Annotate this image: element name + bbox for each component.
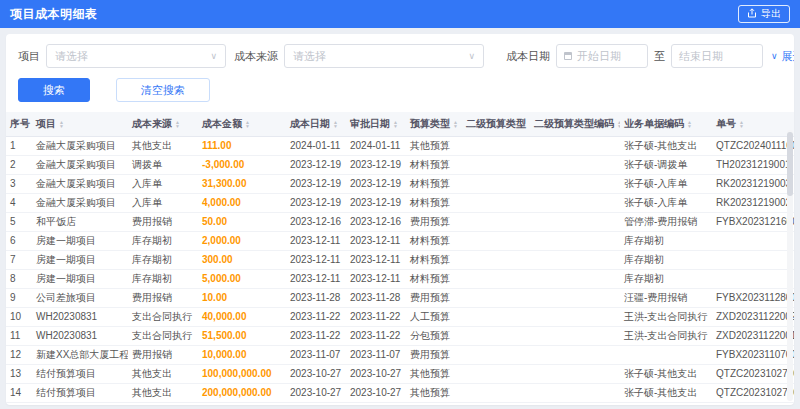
clear-search-button[interactable]: 清空搜索 (116, 78, 210, 102)
expand-filters-link[interactable]: ∨ 展开筛选 (771, 49, 794, 64)
table-row[interactable]: 5和平饭店费用报销50.002023-12-162023-12-16费用预算管停… (6, 212, 794, 231)
sort-icon[interactable]: ▲▼ (175, 120, 180, 128)
column-header-cost-source[interactable]: 成本来源▲▼ (128, 112, 198, 136)
cell-approval-date: 2023-12-11 (346, 231, 406, 250)
chevron-down-icon: ∨ (468, 52, 475, 61)
cell-budget-type: 材料预算 (406, 155, 462, 174)
table-row[interactable]: 2金融大厦采购项目调拨单-3,000.002023-12-192023-12-1… (6, 155, 794, 174)
table-row[interactable]: 15结付预算项目其他支出300,000,000.002023-10-272023… (6, 402, 794, 405)
column-header-sub-budget-type-code[interactable]: 二级预算类型编码▲▼ (530, 112, 620, 136)
column-header-cost-date[interactable]: 成本日期▲▼ (286, 112, 346, 136)
cell-cost-date: 2023-11-22 (286, 307, 346, 326)
project-filter: 项目 请选择 ∨ (18, 44, 226, 68)
sort-icon[interactable]: ▲▼ (739, 120, 744, 128)
cell-cost-amount: 5,000.00 (198, 269, 286, 288)
page-title: 项目成本明细表 (10, 6, 98, 23)
cell-index: 14 (6, 383, 32, 402)
cell-doc-no: FYBX20231107001 (712, 345, 794, 364)
cell-cost-source: 费用报销 (128, 345, 198, 364)
cell-business-doc: 王洪-支出合同执行 (620, 326, 712, 345)
sort-icon[interactable]: ▲▼ (393, 120, 398, 128)
export-button-label: 导出 (761, 7, 781, 21)
cost-source-filter: 成本来源 请选择 ∨ (234, 44, 484, 68)
column-header-index[interactable]: 序号▲▼ (6, 112, 32, 136)
table-row[interactable]: 7房建一期项目库存期初300.002023-12-112023-12-11材料预… (6, 250, 794, 269)
sort-icon[interactable]: ▲▼ (333, 120, 338, 128)
cell-sub-budget-type (462, 288, 530, 307)
cell-doc-no: QTZC20231027002 (712, 364, 794, 383)
table-row[interactable]: 4金融大厦采购项目入库单4,000.002023-12-192023-12-19… (6, 193, 794, 212)
column-header-budget-type[interactable]: 预算类型▲▼ (406, 112, 462, 136)
table-row[interactable]: 12新建XX总部大厦工程二期费用报销10,000.002023-11-07202… (6, 345, 794, 364)
cell-budget-type: 材料预算 (406, 231, 462, 250)
cell-budget-type: 材料预算 (406, 174, 462, 193)
cell-budget-type: 其他预算 (406, 136, 462, 155)
cell-project: 房建一期项目 (32, 231, 128, 250)
cell-approval-date: 2024-01-11 (346, 136, 406, 155)
cell-sub-budget-type (462, 231, 530, 250)
cell-budget-type: 费用预算 (406, 345, 462, 364)
table-row[interactable]: 1金融大厦采购项目其他支出111.002024-01-112024-01-11其… (6, 136, 794, 155)
cell-cost-date: 2023-11-07 (286, 345, 346, 364)
cell-approval-date: 2023-11-22 (346, 307, 406, 326)
cost-date-filter: 成本日期 开始日期 至 结束日期 (506, 44, 763, 68)
cell-cost-amount: 200,000,000.00 (198, 383, 286, 402)
sort-icon[interactable]: ▲▼ (245, 120, 250, 128)
column-header-business-doc[interactable]: 业务单据编码▲▼ (620, 112, 712, 136)
cell-index: 3 (6, 174, 32, 193)
sort-icon[interactable]: ▲▼ (453, 120, 458, 128)
cell-index: 7 (6, 250, 32, 269)
table-row[interactable]: 13结付预算项目其他支出100,000,000.002023-10-272023… (6, 364, 794, 383)
project-select[interactable]: 请选择 ∨ (46, 44, 226, 68)
start-date-input[interactable]: 开始日期 (556, 44, 648, 68)
cell-sub-budget-type (462, 307, 530, 326)
cell-sub-budget-type (462, 383, 530, 402)
cell-cost-amount: 111.00 (198, 136, 286, 155)
cell-index: 6 (6, 231, 32, 250)
table-row[interactable]: 10WH20230831支出合同执行40,000.002023-11-22202… (6, 307, 794, 326)
column-header-project[interactable]: 项目▲▼ (32, 112, 128, 136)
cell-sub-budget-type (462, 326, 530, 345)
cell-cost-date: 2024-01-11 (286, 136, 346, 155)
table-row[interactable]: 6房建一期项目库存期初2,000.002023-12-112023-12-11材… (6, 231, 794, 250)
sort-icon[interactable]: ▲▼ (529, 120, 530, 128)
cell-business-doc: 汪疆-费用报销 (620, 288, 712, 307)
chevron-down-icon: ∨ (210, 52, 217, 61)
cell-cost-date: 2023-12-11 (286, 250, 346, 269)
cell-cost-source: 费用报销 (128, 288, 198, 307)
table-row[interactable]: 3金融大厦采购项目入库单31,300.002023-12-192023-12-1… (6, 174, 794, 193)
scrollbar-thumb[interactable] (787, 132, 793, 196)
cell-cost-source: 其他支出 (128, 136, 198, 155)
vertical-scrollbar[interactable] (787, 130, 793, 401)
table-row[interactable]: 14结付预算项目其他支出200,000,000.002023-10-272023… (6, 383, 794, 402)
end-date-placeholder: 结束日期 (679, 49, 723, 64)
cell-sub-budget-type-code (530, 174, 620, 193)
sort-icon[interactable]: ▲▼ (59, 120, 64, 128)
cell-budget-type: 人工预算 (406, 307, 462, 326)
cell-approval-date: 2023-12-19 (346, 193, 406, 212)
column-header-approval-date[interactable]: 审批日期▲▼ (346, 112, 406, 136)
export-button[interactable]: 导出 (738, 5, 790, 23)
cell-sub-budget-type-code (530, 364, 620, 383)
column-label: 预算类型 (410, 117, 450, 131)
table-row[interactable]: 9公司差旅项目费用报销10.002023-11-282023-11-28费用预算… (6, 288, 794, 307)
sort-icon[interactable]: ▲▼ (687, 120, 692, 128)
cell-sub-budget-type (462, 364, 530, 383)
search-button[interactable]: 搜索 (18, 78, 90, 102)
cell-sub-budget-type-code (530, 307, 620, 326)
table-row[interactable]: 8房建一期项目库存期初5,000.002023-12-112023-12-11材… (6, 269, 794, 288)
end-date-input[interactable]: 结束日期 (671, 44, 763, 68)
cost-source-select[interactable]: 请选择 ∨ (284, 44, 484, 68)
cell-project: 金融大厦采购项目 (32, 155, 128, 174)
column-header-doc-no[interactable]: 单号▲▼ (712, 112, 794, 136)
sort-icon[interactable]: ▲▼ (617, 120, 620, 128)
column-header-cost-amount[interactable]: 成本金额▲▼ (198, 112, 286, 136)
cell-cost-source: 库存期初 (128, 231, 198, 250)
column-header-sub-budget-type[interactable]: 二级预算类型▲▼ (462, 112, 530, 136)
cell-cost-source: 库存期初 (128, 250, 198, 269)
filter-actions: 搜索 清空搜索 (6, 76, 794, 112)
cell-sub-budget-type (462, 174, 530, 193)
table-row[interactable]: 11WH20230831支出合同执行51,500.002023-11-22202… (6, 326, 794, 345)
cell-sub-budget-type-code (530, 136, 620, 155)
cell-budget-type: 其他预算 (406, 383, 462, 402)
